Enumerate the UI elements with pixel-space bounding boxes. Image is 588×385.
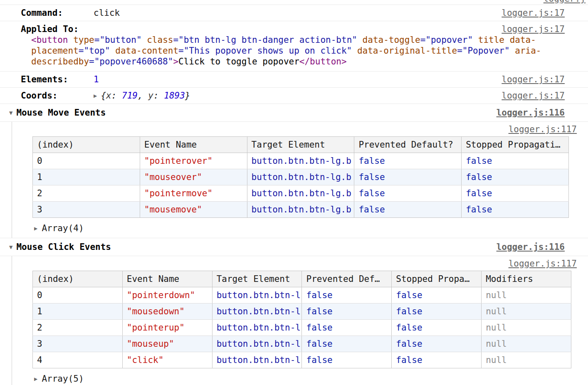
group-body: logger.js:117 (index)Event NameTarget El… <box>12 122 588 238</box>
column-header[interactable]: Modifiers <box>482 271 571 287</box>
table-header-row: (index)Event NameTarget ElementPrevented… <box>33 137 569 153</box>
cell-null: null <box>482 304 571 320</box>
cell-index: 4 <box>33 352 123 368</box>
cell-str: "click" <box>122 352 212 368</box>
array-label[interactable]: Array(5) <box>42 374 84 384</box>
column-header[interactable]: Event Name <box>122 271 212 287</box>
console-message-coords: Coords:▶{x: 719, y: 1893} logger.js:17 <box>0 88 588 104</box>
array-summary: ▶Array(4) <box>12 221 588 237</box>
cell-node-preview[interactable]: button.btn.btn-l <box>212 336 302 352</box>
source-link[interactable]: logger.js:117 <box>509 258 577 269</box>
triangle-expanded-icon[interactable]: ▼ <box>9 242 12 252</box>
table-row: 2"pointermove"button.btn.btn-lg.bfalsefa… <box>33 185 569 202</box>
triangle-collapsed-icon[interactable]: ▶ <box>34 373 37 384</box>
source-link[interactable]: logger.js:116 <box>497 242 565 252</box>
group-title: Mouse Move Events <box>16 108 106 118</box>
cell-node-preview[interactable]: button.btn.btn-lg.b <box>247 185 354 202</box>
cell-node-preview[interactable]: button.btn.btn-l <box>212 287 302 304</box>
column-header[interactable]: Stopped Propagati… <box>462 137 569 153</box>
code-token-plain <box>142 35 147 45</box>
column-header[interactable]: (index) <box>33 137 140 153</box>
cell-bool: false <box>302 336 392 352</box>
element-html-line: <button type="button" class="btn btn-lg … <box>31 35 563 45</box>
source-link[interactable]: logger.js:17 <box>502 74 565 85</box>
cell-bool: false <box>392 304 482 320</box>
triangle-expanded-icon[interactable]: ▼ <box>9 107 12 118</box>
code-token-plain: , <box>138 91 148 101</box>
source-link[interactable]: logger.js:17 <box>502 90 565 101</box>
element-html-preview[interactable]: <button type="button" class="btn btn-lg … <box>0 35 588 71</box>
devtools-console: logger.j Command:click logger.js:17 Appl… <box>0 0 588 385</box>
cell-bool: false <box>354 153 462 169</box>
console-message-table-source: logger.js:117 <box>12 256 588 270</box>
triangle-collapsed-icon[interactable]: ▶ <box>34 223 37 234</box>
code-token-plain: : <box>111 91 122 101</box>
code-token-text: Click to toggle popover <box>178 57 299 67</box>
code-token-tag: > <box>173 57 178 67</box>
cell-null: null <box>482 320 571 336</box>
array-label[interactable]: Array(4) <box>42 223 84 233</box>
coords-object-preview[interactable]: {x: 719, y: 1893} <box>101 91 190 101</box>
mouse-click-events-table: (index)Event NameTarget ElementPrevented… <box>32 271 571 368</box>
cell-bool: false <box>462 169 569 185</box>
source-link[interactable]: logger.js:117 <box>509 124 577 135</box>
group-title: Mouse Click Events <box>16 242 111 252</box>
cell-node-preview[interactable]: button.btn.btn-lg.b <box>247 202 354 218</box>
table-row: 0"pointerover"button.btn.btn-lg.bfalsefa… <box>33 153 569 169</box>
source-link[interactable]: logger.js:116 <box>497 107 565 118</box>
source-link[interactable]: logger.js:17 <box>502 24 565 35</box>
code-token-attr: data-content <box>115 46 178 56</box>
column-header[interactable]: Event Name <box>140 137 247 153</box>
table-row: 0"pointerdown"button.btn.btn-lfalsefalse… <box>33 287 571 304</box>
group-header[interactable]: ▼Mouse Click Events logger.js:116 <box>0 238 588 256</box>
code-token-plain <box>473 35 478 45</box>
code-token-attr: data- <box>510 35 536 45</box>
cell-bool: false <box>392 287 482 304</box>
column-header[interactable]: Stopped Propa… <box>392 271 482 287</box>
column-header[interactable]: Prevented Def… <box>302 271 392 287</box>
element-html-line: describedby="popover460688">Click to tog… <box>31 56 563 67</box>
cell-node-preview[interactable]: button.btn.btn-l <box>212 320 302 336</box>
code-token-plain <box>504 35 510 45</box>
code-token-attr: data-toggle <box>363 35 420 45</box>
table-row: 2"pointerup"button.btn.btn-lfalsefalsenu… <box>33 320 571 336</box>
source-link[interactable]: logger.js:17 <box>502 7 565 18</box>
code-token-attr: data-original-title <box>357 46 457 56</box>
cell-node-preview[interactable]: button.btn.btn-l <box>212 352 302 368</box>
cell-index: 3 <box>33 202 140 218</box>
cell-index: 1 <box>33 169 140 185</box>
cell-bool: false <box>462 185 569 202</box>
code-token-val: ="top" <box>79 46 110 56</box>
cell-bool: false <box>354 185 462 202</box>
group-header[interactable]: ▼Mouse Move Events logger.js:116 <box>0 104 588 122</box>
code-token-val: ="This popover shows up on click" <box>178 46 352 56</box>
column-header[interactable]: Target Element <box>247 137 354 153</box>
triangle-collapsed-icon[interactable]: ▶ <box>94 90 97 101</box>
source-link[interactable]: logger.j <box>544 0 586 4</box>
cell-node-preview[interactable]: button.btn.btn-l <box>212 304 302 320</box>
code-token-plain <box>352 46 357 56</box>
array-summary: ▶Array(5) <box>12 372 588 385</box>
code-token-val: ="button" <box>94 35 142 45</box>
cell-index: 0 <box>33 153 140 169</box>
code-token-key: x <box>106 91 111 101</box>
cell-bool: false <box>302 352 392 368</box>
cell-null: null <box>482 287 571 304</box>
code-token-tag: </button> <box>299 57 347 67</box>
code-token-val: ="popover" <box>420 35 473 45</box>
cell-str: "mousedown" <box>122 304 212 320</box>
column-header[interactable]: Prevented Default? <box>354 137 462 153</box>
column-header[interactable]: Target Element <box>212 271 302 287</box>
code-token-num: 1893 <box>164 91 185 101</box>
console-group-mouse-move-events: ▼Mouse Move Events logger.js:116 logger.… <box>0 104 588 238</box>
code-token-attr: describedby <box>31 57 89 67</box>
column-header[interactable]: (index) <box>33 271 123 287</box>
cell-node-preview[interactable]: button.btn.btn-lg.b <box>247 153 354 169</box>
cell-index: 1 <box>33 304 123 320</box>
console-message-partial: logger.j <box>0 0 588 5</box>
cell-node-preview[interactable]: button.btn.btn-lg.b <box>247 169 354 185</box>
code-token-attr: aria- <box>515 46 541 56</box>
cell-str: "mouseup" <box>122 336 212 352</box>
code-token-attr: placement <box>31 46 79 56</box>
cell-index: 2 <box>33 320 123 336</box>
